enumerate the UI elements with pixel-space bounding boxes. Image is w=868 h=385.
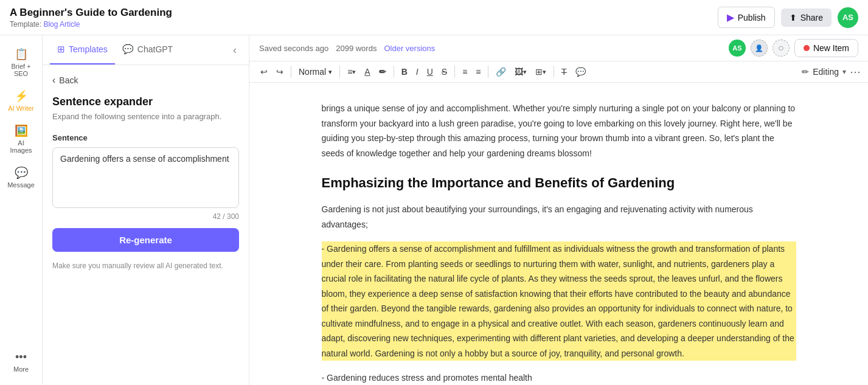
align-button[interactable]: ≡ ▾ [344, 64, 359, 80]
undo-icon: ↩ [260, 67, 268, 77]
editing-badge: ✏ Editing ▾ ⋯ [802, 65, 861, 78]
table-chevron: ▾ [543, 68, 546, 76]
content-para1: Gardening is not just about beautifying … [322, 202, 796, 232]
toolbar-divider-4 [454, 66, 455, 78]
toolbar-divider-1 [291, 66, 291, 78]
editor-avatar-as: AS [729, 40, 746, 57]
left-sidebar: 📋 Brief + SEO ⚡ AI Writer 🖼️ AI Images 💬… [0, 35, 43, 385]
table-button[interactable]: ⊞ ▾ [532, 64, 550, 80]
image-button[interactable]: 🖼 ▾ [511, 64, 530, 80]
toolbar-more-button[interactable]: ⋯ [850, 65, 861, 78]
back-button[interactable]: ‹ Back [52, 75, 239, 86]
highlight-button[interactable]: ✏ [375, 64, 390, 80]
sentence-input[interactable] [52, 147, 239, 208]
editor-topbar-right: AS 👤 ○ New Item [729, 39, 858, 57]
align-icon: ≡ [347, 67, 352, 77]
red-dot-icon [804, 45, 810, 51]
list-item-1: - Gardening reduces stress and promotes … [322, 370, 796, 385]
content-heading: Emphasizing the Importance and Benefits … [322, 175, 796, 191]
tab-chatgpt[interactable]: 💬 ChatGPT [115, 35, 180, 64]
image-chevron: ▾ [523, 68, 527, 76]
sidebar-item-ai-images[interactable]: 🖼️ AI Images [3, 119, 40, 159]
align-chevron: ▾ [352, 68, 356, 76]
panel-tabs: ⊞ Templates 💬 ChatGPT ‹ [43, 35, 249, 65]
tool-desc: Expand the following sentence into a par… [52, 112, 239, 121]
share-button[interactable]: ⬆ Share [781, 9, 832, 27]
header-right: ▶ Publish ⬆ Share AS [718, 7, 858, 28]
comment-button[interactable]: 💬 [572, 64, 589, 80]
editor-meta: Saved seconds ago 2099 words Older versi… [259, 44, 435, 53]
brief-seo-icon: 📋 [15, 47, 28, 61]
sidebar-item-ai-writer[interactable]: ⚡ AI Writer [3, 85, 40, 117]
image-icon: 🖼 [515, 67, 523, 77]
highlight-icon: ✏ [379, 67, 386, 77]
panel-content: ‹ Back Sentence expander Expand the foll… [43, 65, 249, 385]
underline-button[interactable]: U [423, 64, 437, 80]
templates-tab-icon: ⊞ [57, 44, 65, 55]
template-link[interactable]: Blog Article [43, 20, 80, 29]
saved-text: Saved seconds ago [259, 44, 328, 53]
underline-icon: U [427, 67, 433, 77]
main-layout: 📋 Brief + SEO ⚡ AI Writer 🖼️ AI Images 💬… [0, 35, 868, 385]
editor-content[interactable]: brings a unique sense of joy and accompl… [285, 83, 833, 385]
publish-button[interactable]: ▶ Publish [718, 7, 775, 28]
strikethrough-icon: S [442, 67, 447, 77]
editor-toolbar: ↩ ↪ Normal ▾ ≡ ▾ A ✏ B [249, 61, 868, 83]
toolbar-divider-2 [339, 66, 340, 78]
editor-avatar-empty: ○ [773, 40, 790, 57]
toolbar-divider-5 [488, 66, 488, 78]
bold-button[interactable]: B [398, 64, 411, 80]
content-highlight-block: - Gardening offers a sense of accomplish… [322, 241, 796, 361]
table-icon: ⊞ [535, 67, 543, 77]
style-select[interactable]: Normal ▾ [295, 64, 336, 80]
regenerate-button[interactable]: Re-generate [52, 228, 239, 252]
clear-format-button[interactable]: T̶ [558, 64, 571, 80]
tab-templates[interactable]: ⊞ Templates [50, 35, 115, 64]
strikethrough-button[interactable]: S [438, 64, 451, 80]
toolbar-divider-3 [394, 66, 394, 78]
bullets-button[interactable]: ≡ [459, 64, 471, 80]
editing-chevron-icon: ▾ [842, 68, 846, 76]
share-icon: ⬆ [790, 13, 797, 23]
older-versions-link[interactable]: Older versions [384, 44, 435, 53]
ai-notice: Make sure you manually review all AI gen… [52, 260, 239, 271]
char-count: 42 / 300 [52, 212, 239, 221]
text-color-button[interactable]: A [361, 64, 373, 80]
link-button[interactable]: 🔗 [492, 64, 510, 80]
doc-template: Template: Blog Article [10, 20, 172, 29]
italic-icon: I [416, 67, 418, 77]
clear-format-icon: T̶ [561, 67, 567, 77]
top-header: A Beginner's Guide to Gardening Template… [0, 0, 868, 35]
text-color-icon: A [364, 67, 370, 77]
header-left: A Beginner's Guide to Gardening Template… [10, 7, 172, 29]
italic-button[interactable]: I [412, 64, 422, 80]
new-item-button[interactable]: New Item [794, 39, 858, 57]
undo-button[interactable]: ↩ [257, 64, 271, 80]
back-arrow-icon: ‹ [52, 75, 55, 86]
sidebar-item-brief-seo[interactable]: 📋 Brief + SEO [3, 43, 40, 82]
redo-button[interactable]: ↪ [273, 64, 287, 80]
word-count: 2099 words [336, 44, 377, 53]
redo-icon: ↪ [276, 67, 283, 77]
editor-topbar: Saved seconds ago 2099 words Older versi… [249, 35, 868, 61]
numbered-button[interactable]: ≡ [472, 64, 484, 80]
link-icon: 🔗 [496, 67, 506, 77]
style-chevron-icon: ▾ [328, 68, 332, 76]
chatgpt-tab-icon: 💬 [122, 44, 134, 55]
editor-avatar-collab: 👤 [751, 40, 768, 57]
editing-label: Editing [813, 67, 839, 77]
bullets-icon: ≡ [462, 67, 467, 77]
sidebar-item-message[interactable]: 💬 Message [3, 161, 40, 193]
more-icon: ••• [15, 351, 27, 364]
panel-collapse-button[interactable]: ‹ [228, 41, 241, 59]
field-label: Sentence [52, 133, 239, 142]
editor-area: Saved seconds ago 2099 words Older versi… [249, 35, 868, 385]
tool-title: Sentence expander [52, 95, 239, 108]
ai-images-icon: 🖼️ [15, 124, 28, 137]
message-icon: 💬 [15, 166, 28, 179]
ai-writer-icon: ⚡ [15, 89, 28, 103]
toolbar-divider-6 [554, 66, 554, 78]
edit-pencil-icon: ✏ [802, 67, 809, 77]
user-avatar: AS [838, 7, 858, 28]
sidebar-item-more[interactable]: ••• More [3, 346, 40, 378]
